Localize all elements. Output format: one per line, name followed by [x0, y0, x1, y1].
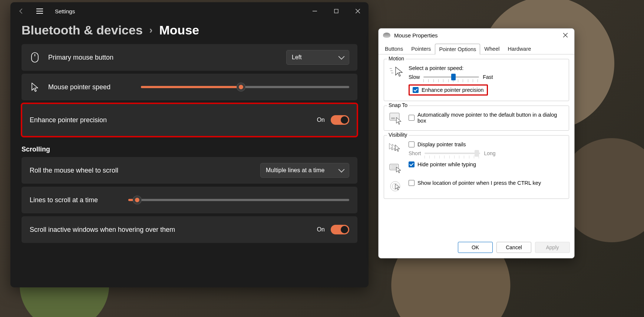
minimize-icon — [313, 9, 317, 13]
snapto-icon — [389, 112, 403, 125]
breadcrumb-current: Mouse — [159, 23, 199, 37]
apply-button[interactable]: Apply — [535, 242, 570, 253]
roll-wheel-label: Roll the mouse wheel to scroll — [30, 167, 118, 174]
primary-mouse-button-row: Primary mouse button Left — [22, 44, 357, 71]
enhance-precision-label: Enhance pointer precision — [30, 116, 107, 124]
ctrl-locate-cb-label: Show location of pointer when I press th… — [417, 180, 541, 186]
scroll-inactive-label: Scroll inactive windows when hovering ov… — [30, 226, 175, 234]
svg-rect-0 — [334, 9, 338, 13]
enhance-precision-highlight: Enhance pointer precision — [409, 84, 488, 96]
tab-pointer-options[interactable]: Pointer Options — [435, 44, 480, 54]
trails-cb-label: Display pointer trails — [417, 141, 466, 147]
dialog-titlebar: Mouse Properties — [379, 29, 574, 42]
short-label: Short — [409, 150, 421, 156]
titlebar: Settings — [10, 2, 369, 20]
tab-buttons[interactable]: Buttons — [381, 43, 407, 54]
back-button[interactable] — [17, 7, 25, 15]
trails-slider: Short Long — [409, 150, 564, 156]
pointer-speed-row: Mouse pointer speed — [22, 74, 357, 100]
scroll-inactive-state: On — [317, 226, 325, 233]
lines-scroll-label: Lines to scroll at a time — [30, 196, 98, 204]
snapto-group: Snap To Automatically move pointer to th… — [384, 106, 569, 131]
cursor-icon — [30, 82, 40, 92]
hide-typing-icon — [389, 161, 403, 175]
primary-mouse-button-label: Primary mouse button — [48, 54, 113, 61]
checkbox-icon — [409, 141, 415, 147]
breadcrumb: Bluetooth & devices › Mouse — [10, 20, 369, 44]
snapto-legend: Snap To — [387, 102, 409, 108]
tab-wheel[interactable]: Wheel — [480, 43, 503, 54]
close-icon — [563, 33, 568, 37]
mouse-icon — [30, 52, 40, 63]
enhance-precision-cb-label: Enhance pointer precision — [422, 87, 484, 93]
cancel-button[interactable]: Cancel — [496, 242, 531, 253]
mouse-icon — [383, 33, 390, 38]
pointer-speed-slider-classic[interactable]: Slow Fast — [409, 74, 564, 80]
close-icon — [356, 9, 360, 13]
breadcrumb-parent[interactable]: Bluetooth & devices — [22, 23, 143, 37]
enhance-precision-toggle[interactable] — [331, 115, 349, 125]
hide-typing-cb-label: Hide pointer while typing — [417, 161, 476, 167]
dialog-tabs: Buttons Pointers Pointer Options Wheel H… — [379, 42, 574, 54]
roll-wheel-dropdown[interactable]: Multiple lines at a time — [260, 163, 349, 178]
trails-checkbox[interactable]: Display pointer trails — [409, 141, 564, 147]
visibility-group: Visibility Display pointer trails Short … — [384, 135, 569, 199]
fast-label: Fast — [483, 74, 493, 80]
ok-button[interactable]: OK — [458, 242, 493, 253]
roll-wheel-value: Multiple lines at a time — [266, 167, 324, 174]
tab-pointers[interactable]: Pointers — [407, 43, 435, 54]
tab-hardware[interactable]: Hardware — [503, 43, 535, 54]
dialog-button-row: OK Cancel Apply — [379, 237, 574, 258]
lines-scroll-row: Lines to scroll at a time — [22, 187, 357, 213]
close-button[interactable] — [347, 2, 369, 20]
pointer-speed-icon — [389, 65, 403, 79]
checkbox-icon — [409, 161, 415, 167]
settings-window: Settings Bluetooth & devices › Mouse Pri… — [10, 2, 369, 287]
snapto-checkbox[interactable]: Automatically move pointer to the defaul… — [409, 112, 564, 124]
roll-wheel-row: Roll the mouse wheel to scroll Multiple … — [22, 157, 357, 184]
lines-scroll-slider[interactable] — [128, 199, 349, 201]
menu-button[interactable] — [36, 7, 44, 15]
pointer-speed-label: Mouse pointer speed — [48, 83, 110, 91]
motion-group: Motion Select a pointer speed: Slow Fast… — [384, 59, 569, 101]
ctrl-locate-icon — [389, 180, 403, 193]
primary-mouse-button-value: Left — [292, 54, 302, 61]
chevron-right-icon: › — [149, 24, 153, 36]
hamburger-icon — [36, 9, 43, 14]
mouse-properties-window: Mouse Properties Buttons Pointers Pointe… — [378, 28, 575, 258]
arrow-left-icon — [18, 8, 24, 14]
visibility-legend: Visibility — [387, 132, 409, 138]
long-label: Long — [484, 150, 495, 156]
motion-legend: Motion — [387, 56, 406, 61]
trails-icon — [389, 141, 403, 155]
enhance-precision-state: On — [317, 117, 325, 123]
hide-typing-checkbox[interactable]: Hide pointer while typing — [409, 161, 564, 167]
snapto-cb-label: Automatically move pointer to the defaul… — [417, 112, 564, 124]
scrolling-heading: Scrolling — [10, 137, 369, 157]
scroll-inactive-row: Scroll inactive windows when hovering ov… — [22, 216, 357, 243]
dialog-title: Mouse Properties — [394, 32, 558, 39]
dialog-close-button[interactable] — [558, 29, 573, 41]
maximize-icon — [334, 9, 338, 13]
primary-mouse-button-dropdown[interactable]: Left — [286, 50, 349, 65]
checkbox-icon — [413, 87, 419, 93]
enhance-precision-row: Enhance pointer precision On — [22, 103, 357, 137]
slow-label: Slow — [409, 74, 420, 80]
maximize-button[interactable] — [326, 2, 347, 20]
enhance-precision-checkbox[interactable]: Enhance pointer precision — [413, 87, 484, 93]
checkbox-icon — [409, 180, 415, 186]
pointer-speed-slider[interactable] — [141, 86, 349, 88]
svg-rect-4 — [391, 117, 395, 119]
checkbox-icon — [409, 115, 415, 121]
svg-rect-1 — [32, 53, 38, 62]
scroll-inactive-toggle[interactable] — [331, 225, 349, 234]
app-title: Settings — [55, 8, 75, 14]
pointer-speed-text: Select a pointer speed: — [409, 65, 564, 71]
ctrl-locate-checkbox[interactable]: Show location of pointer when I press th… — [409, 180, 564, 186]
minimize-button[interactable] — [304, 2, 326, 20]
